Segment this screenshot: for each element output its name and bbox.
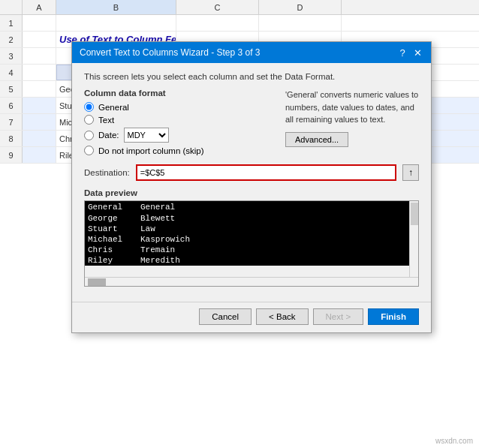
destination-row: Destination: ↑ [84, 164, 419, 181]
preview-data-row-3: Michael Kasprowich [85, 234, 409, 245]
preview-header-col2: General [140, 203, 175, 212]
destination-input[interactable] [136, 164, 396, 181]
radio-text-input[interactable] [84, 115, 94, 125]
radio-group: General Text Date: MDY [84, 102, 276, 155]
col-header-b: B [56, 0, 176, 14]
grid-row-1: 1 [0, 15, 479, 32]
left-panel: Column data format General Text [84, 89, 276, 157]
preview-vscroll-thumb[interactable] [411, 203, 418, 225]
col-header-c: C [176, 0, 259, 14]
radio-date-input[interactable] [84, 131, 94, 140]
radio-general[interactable]: General [84, 102, 276, 112]
radio-text-label: Text [98, 116, 114, 125]
preview-data-row-1: George Blewett [85, 213, 409, 224]
back-button[interactable]: < Back [256, 308, 308, 325]
title-controls: ? ✕ [396, 47, 423, 59]
cancel-button[interactable]: Cancel [199, 308, 252, 325]
radio-general-label: General [98, 103, 129, 112]
watermark: wsxdn.com [435, 437, 473, 445]
radio-skip-label: Do not import column (skip) [98, 146, 204, 155]
advanced-button[interactable]: Advanced... [285, 132, 348, 147]
dialog-description: This screen lets you select each column … [84, 72, 419, 81]
dialog: Convert Text to Columns Wizard - Step 3 … [71, 41, 432, 333]
preview-inner: General General George Blewett Stuart La… [85, 201, 418, 277]
radio-date[interactable]: Date: MDY DMY YMD [84, 128, 276, 143]
radio-skip[interactable]: Do not import column (skip) [84, 146, 276, 155]
preview-wrapper: General General George Blewett Stuart La… [84, 200, 419, 287]
destination-label: Destination: [84, 168, 130, 177]
format-info-text: 'General' converts numeric values to num… [285, 89, 419, 126]
dialog-title: Convert Text to Columns Wizard - Step 3 … [80, 47, 261, 58]
right-panel: 'General' converts numeric values to num… [276, 89, 419, 157]
corner-cell [0, 0, 23, 14]
preview-header-col1: General [88, 203, 140, 212]
radio-general-input[interactable] [84, 102, 94, 112]
finish-button[interactable]: Finish [368, 308, 419, 325]
preview-label: Data preview [84, 188, 419, 197]
dialog-footer: Cancel < Back Next > Finish [72, 302, 431, 332]
preview-header-row: General General [85, 201, 409, 213]
close-button[interactable]: ✕ [411, 47, 423, 59]
column-headers: A B C D [0, 0, 479, 15]
destination-icon-button[interactable]: ↑ [402, 164, 419, 181]
radio-date-label: Date: [98, 131, 119, 140]
preview-data-row-4: Chris Tremain [85, 245, 409, 255]
preview-data-row-2: Stuart Law [85, 224, 409, 234]
column-format-label: Column data format [84, 89, 276, 98]
help-button[interactable]: ? [396, 47, 408, 59]
next-button[interactable]: Next > [313, 308, 364, 325]
preview-content: General General George Blewett Stuart La… [85, 201, 409, 277]
col-header-d: D [259, 0, 342, 14]
radio-text[interactable]: Text [84, 115, 276, 125]
dialog-body: This screen lets you select each column … [72, 63, 431, 302]
radio-skip-input[interactable] [84, 146, 94, 155]
main-area: Column data format General Text [84, 89, 419, 157]
preview-hscroll-thumb[interactable] [88, 278, 106, 286]
col-header-a: A [23, 0, 56, 14]
dialog-titlebar: Convert Text to Columns Wizard - Step 3 … [72, 42, 431, 63]
preview-data-row-5: Riley Meredith [85, 255, 409, 266]
date-format-select[interactable]: MDY DMY YMD [124, 128, 169, 143]
spreadsheet: A B C D 1 2 Use of Text to Column Featur… [0, 0, 479, 448]
preview-hscrollbar[interactable] [85, 277, 418, 286]
preview-vscrollbar[interactable] [409, 201, 418, 277]
